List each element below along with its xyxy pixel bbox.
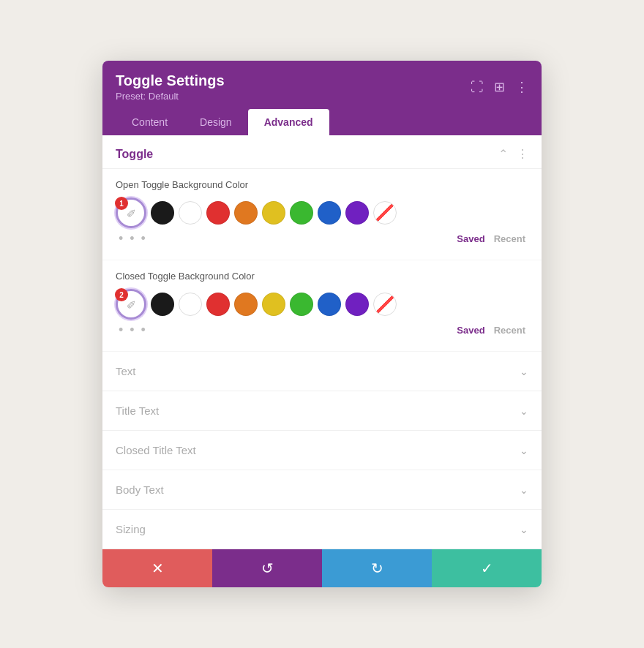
open-toggle-color-block: Open Toggle Background Color 1 ✏ • • •: [102, 169, 542, 260]
tabs: Content Design Advanced: [116, 109, 528, 135]
closed-toggle-recent-btn[interactable]: Recent: [494, 325, 525, 336]
panel-footer: ✕ ↺ ↻ ✓: [102, 549, 542, 587]
collapsible-title-label: Title Text: [116, 404, 159, 417]
collapsible-sizing-label: Sizing: [116, 523, 146, 535]
section-icons: ⌃ ⋮: [498, 147, 528, 161]
closed-toggle-label: Closed Toggle Background Color: [116, 271, 528, 282]
collapsible-text: Text ⌄: [102, 352, 542, 391]
expand-icon[interactable]: ⛶: [471, 80, 484, 95]
swatch-white-2[interactable]: [179, 293, 202, 316]
collapsible-title-text: Title Text ⌄: [102, 391, 542, 431]
collapsibles: Text ⌄ Title Text ⌄ Closed Title Text ⌄ …: [102, 352, 542, 549]
collapsible-sizing-header[interactable]: Sizing ⌄: [116, 510, 528, 549]
swatch-transparent-1[interactable]: [373, 201, 397, 225]
more-icon[interactable]: ⋮: [515, 79, 528, 95]
swatch-yellow-2[interactable]: [262, 293, 285, 316]
panel-title: Toggle Settings: [116, 72, 225, 89]
open-toggle-picker-btn[interactable]: 1 ✏: [116, 197, 146, 228]
collapsible-body-label: Body Text: [116, 483, 164, 496]
section-title: Toggle: [116, 148, 153, 161]
collapsible-text-header[interactable]: Text ⌄: [116, 352, 528, 391]
swatch-transparent-2[interactable]: [373, 293, 397, 316]
open-toggle-color-row: 1 ✏: [116, 197, 528, 228]
redo-button[interactable]: ↻: [322, 549, 432, 587]
closed-toggle-color-block: Closed Toggle Background Color 2 ✏ • • •: [102, 260, 542, 352]
swatch-green-2[interactable]: [290, 293, 313, 316]
swatch-black-2[interactable]: [151, 293, 174, 316]
closed-toggle-color-row: 2 ✏: [116, 289, 528, 320]
chevron-down-icon-text: ⌄: [520, 366, 528, 377]
collapsible-text-label: Text: [116, 365, 136, 377]
closed-toggle-footer: • • • Saved Recent: [116, 320, 528, 345]
swatch-purple-2[interactable]: [345, 293, 369, 316]
swatch-orange-1[interactable]: [234, 201, 258, 225]
chevron-down-icon-sizing: ⌄: [520, 524, 528, 535]
collapsible-sizing: Sizing ⌄: [102, 510, 542, 549]
collapsible-closed-title-label: Closed Title Text: [116, 444, 196, 456]
panel-body: Toggle ⌃ ⋮ Open Toggle Background Color …: [102, 135, 542, 549]
collapsible-closed-title-text: Closed Title Text ⌄: [102, 431, 542, 470]
open-toggle-recent-btn[interactable]: Recent: [494, 233, 525, 244]
toggle-settings-panel: Toggle Settings Preset: Default ⛶ ⊞ ⋮ Co…: [102, 61, 542, 587]
chevron-down-icon-body: ⌄: [520, 484, 528, 496]
chevron-down-icon-closed-title: ⌄: [520, 445, 528, 456]
cancel-button[interactable]: ✕: [102, 549, 212, 587]
header-icons: ⛶ ⊞ ⋮: [471, 79, 528, 95]
swatch-purple-1[interactable]: [345, 201, 369, 225]
chevron-down-icon-title: ⌄: [520, 405, 528, 417]
more-vertical-icon[interactable]: ⋮: [517, 147, 528, 161]
swatch-yellow-1[interactable]: [262, 201, 285, 225]
save-button[interactable]: ✓: [432, 549, 542, 587]
columns-icon[interactable]: ⊞: [494, 79, 505, 95]
tab-design[interactable]: Design: [184, 109, 248, 135]
tab-content[interactable]: Content: [116, 109, 184, 135]
swatch-green-1[interactable]: [290, 201, 313, 225]
swatch-orange-2[interactable]: [234, 293, 258, 316]
swatch-blue-1[interactable]: [318, 201, 341, 225]
swatch-red-1[interactable]: [206, 201, 230, 225]
panel-preset: Preset: Default: [116, 91, 225, 102]
undo-button[interactable]: ↺: [212, 549, 322, 587]
open-toggle-actions: Saved Recent: [457, 233, 525, 244]
open-toggle-label: Open Toggle Background Color: [116, 179, 528, 190]
closed-toggle-picker-btn[interactable]: 2 ✏: [116, 289, 146, 320]
open-toggle-saved-btn[interactable]: Saved: [457, 233, 484, 244]
swatch-white-1[interactable]: [179, 201, 202, 225]
collapsible-body-text: Body Text ⌄: [102, 470, 542, 510]
open-toggle-footer: • • • Saved Recent: [116, 228, 528, 254]
tab-advanced[interactable]: Advanced: [248, 109, 329, 135]
header-top: Toggle Settings Preset: Default ⛶ ⊞ ⋮: [116, 72, 528, 102]
chevron-up-icon[interactable]: ⌃: [498, 147, 508, 161]
closed-toggle-actions: Saved Recent: [457, 325, 525, 336]
panel-header: Toggle Settings Preset: Default ⛶ ⊞ ⋮ Co…: [102, 61, 542, 135]
swatch-red-2[interactable]: [206, 293, 230, 316]
more-dots-1[interactable]: • • •: [119, 231, 147, 246]
swatch-blue-2[interactable]: [318, 293, 341, 316]
swatch-black-1[interactable]: [151, 201, 174, 225]
section-header: Toggle ⌃ ⋮: [102, 135, 542, 169]
more-dots-2[interactable]: • • •: [119, 323, 147, 338]
collapsible-body-header[interactable]: Body Text ⌄: [116, 470, 528, 509]
header-text: Toggle Settings Preset: Default: [116, 72, 225, 102]
collapsible-title-header[interactable]: Title Text ⌄: [116, 391, 528, 430]
collapsible-closed-title-header[interactable]: Closed Title Text ⌄: [116, 431, 528, 470]
closed-toggle-saved-btn[interactable]: Saved: [457, 325, 484, 336]
